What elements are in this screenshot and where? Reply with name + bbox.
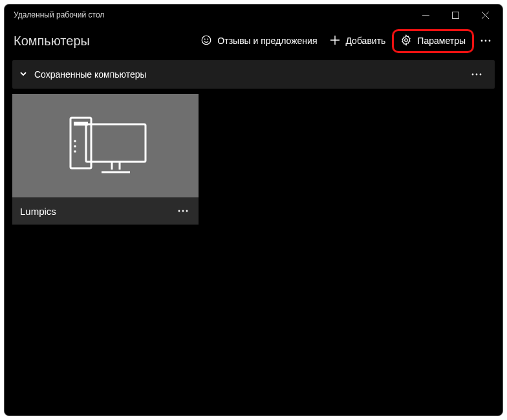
ellipsis-icon xyxy=(480,39,491,42)
computer-thumbnail xyxy=(12,94,199,197)
svg-point-4 xyxy=(405,38,408,41)
minimize-button[interactable] xyxy=(411,5,440,25)
page-title: Компьютеры xyxy=(14,34,90,49)
titlebar: Удаленный рабочий стол xyxy=(5,5,502,25)
svg-rect-0 xyxy=(452,12,458,18)
chevron-down-icon xyxy=(19,69,28,80)
group-header[interactable]: Сохраненные компьютеры xyxy=(12,60,495,89)
settings-button[interactable]: Параметры xyxy=(392,29,474,53)
svg-point-13 xyxy=(74,140,76,142)
group-more-button[interactable] xyxy=(465,63,488,85)
svg-point-14 xyxy=(74,145,76,148)
minimize-icon xyxy=(422,12,429,19)
ellipsis-icon xyxy=(178,210,188,212)
gear-icon xyxy=(400,34,412,48)
computers-grid: Lumpics xyxy=(12,94,495,225)
content-area: Сохраненные компьютеры xyxy=(5,56,502,415)
maximize-icon xyxy=(452,12,459,19)
svg-point-7 xyxy=(489,40,491,42)
svg-point-2 xyxy=(205,39,206,39)
window-title: Удаленный рабочий стол xyxy=(14,10,104,19)
feedback-button[interactable]: Отзывы и предложения xyxy=(194,30,323,52)
app-window: Удаленный рабочий стол Компьютеры Отзывы xyxy=(4,4,503,416)
tile-more-button[interactable] xyxy=(171,200,195,222)
svg-point-5 xyxy=(481,40,483,42)
computer-name: Lumpics xyxy=(20,206,171,217)
desktop-icon xyxy=(54,110,157,181)
settings-label: Параметры xyxy=(417,36,466,46)
maximize-button[interactable] xyxy=(440,5,470,25)
toolbar: Компьютеры Отзывы и предложения Добавить xyxy=(5,25,502,56)
toolbar-more-button[interactable] xyxy=(474,30,497,52)
close-button[interactable] xyxy=(470,5,500,25)
group-title: Сохраненные компьютеры xyxy=(34,69,458,80)
feedback-label: Отзывы и предложения xyxy=(217,36,317,46)
add-label: Добавить xyxy=(345,36,385,46)
smiley-icon xyxy=(200,34,212,48)
svg-point-8 xyxy=(472,74,474,76)
svg-point-17 xyxy=(178,210,180,212)
svg-rect-16 xyxy=(86,124,146,162)
svg-point-19 xyxy=(186,210,188,212)
computer-tile[interactable]: Lumpics xyxy=(12,94,199,225)
svg-point-3 xyxy=(208,39,208,39)
add-button[interactable]: Добавить xyxy=(323,31,392,51)
svg-point-15 xyxy=(74,150,76,153)
svg-point-1 xyxy=(202,36,211,45)
svg-point-18 xyxy=(182,210,184,212)
plus-icon xyxy=(330,35,340,47)
tile-footer: Lumpics xyxy=(12,197,199,225)
svg-point-9 xyxy=(476,74,478,76)
svg-point-6 xyxy=(485,40,487,42)
close-icon xyxy=(482,12,489,19)
svg-point-10 xyxy=(480,74,482,76)
ellipsis-icon xyxy=(471,73,482,76)
